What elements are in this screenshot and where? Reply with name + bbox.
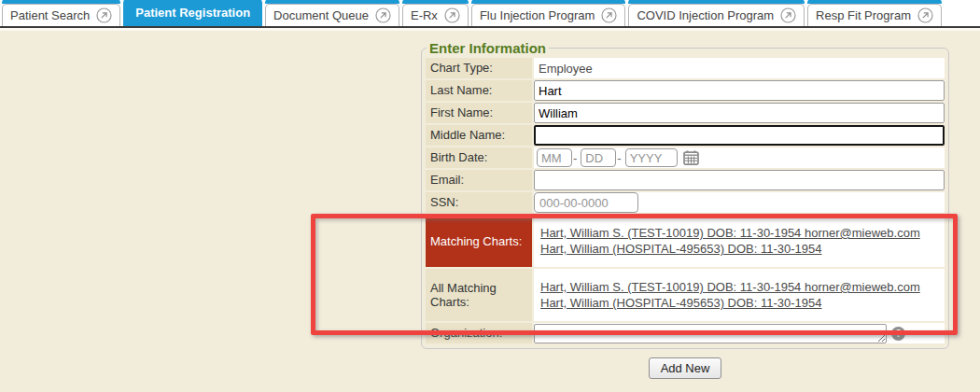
matching-charts-label: Matching Charts: xyxy=(426,215,532,267)
all-matching-charts-label: All Matching Charts: xyxy=(426,269,532,321)
birth-date-row: Birth Date: - - xyxy=(426,147,945,168)
chart-type-label: Chart Type: xyxy=(426,58,532,78)
organization-label: Organization: xyxy=(426,323,532,343)
tab-bar: Patient Search Patient Registration Docu… xyxy=(0,0,980,28)
calendar-icon[interactable] xyxy=(683,150,699,165)
matching-chart-link[interactable]: Hart, William (HOSPITAL-495653) DOB: 11-… xyxy=(540,241,822,257)
tab-label: Document Queue xyxy=(273,8,369,22)
last-name-input[interactable] xyxy=(534,80,945,101)
email-label: Email: xyxy=(426,170,532,190)
birth-day-input[interactable] xyxy=(581,148,616,167)
tab-label: COVID Injection Program xyxy=(637,8,774,22)
chart-type-row: Chart Type: Employee xyxy=(426,58,945,78)
matching-charts-row: Matching Charts: Hart, William S. (TEST-… xyxy=(426,215,945,267)
birth-date-label: Birth Date: xyxy=(426,147,532,168)
all-matching-charts-row: All Matching Charts: Hart, William S. (T… xyxy=(426,269,945,321)
open-new-window-icon[interactable] xyxy=(917,7,933,23)
middle-name-row: Middle Name: xyxy=(426,125,945,146)
add-new-button[interactable]: Add New xyxy=(649,357,722,379)
birth-month-input[interactable] xyxy=(537,148,572,167)
tab-label: E-Rx xyxy=(411,8,438,22)
help-icon[interactable]: ? xyxy=(891,327,905,341)
header-divider xyxy=(0,28,980,31)
matching-chart-link[interactable]: Hart, William S. (TEST-10019) DOB: 11-30… xyxy=(540,279,920,295)
open-new-window-icon[interactable] xyxy=(601,7,617,23)
email-row: Email: xyxy=(426,170,945,190)
tab-label: Patient Search xyxy=(10,8,90,22)
last-name-row: Last Name: xyxy=(426,80,945,101)
tab-label: Resp Fit Program xyxy=(816,8,911,22)
tab-patient-registration[interactable]: Patient Registration xyxy=(123,0,262,26)
first-name-label: First Name: xyxy=(426,103,532,123)
tab-label: Patient Registration xyxy=(135,6,250,20)
middle-name-input[interactable] xyxy=(534,125,945,146)
middle-name-label: Middle Name: xyxy=(426,125,532,146)
organization-row: Organization: ? xyxy=(426,323,945,343)
ssn-label: SSN: xyxy=(426,192,532,213)
tab-label: Flu Injection Program xyxy=(480,8,595,22)
ssn-row: SSN: xyxy=(426,192,945,213)
open-new-window-icon[interactable] xyxy=(444,7,460,23)
form-legend: Enter Information xyxy=(427,40,549,56)
email-input[interactable] xyxy=(534,170,945,190)
date-separator: - xyxy=(573,151,577,165)
first-name-row: First Name: xyxy=(426,103,945,123)
tab-patient-search[interactable]: Patient Search xyxy=(2,0,120,26)
chart-type-value: Employee xyxy=(534,62,593,76)
tab-resp-fit-program[interactable]: Resp Fit Program xyxy=(807,0,942,26)
birth-year-input[interactable] xyxy=(625,148,678,167)
open-new-window-icon[interactable] xyxy=(96,7,112,23)
tab-covid-injection-program[interactable]: COVID Injection Program xyxy=(628,0,805,26)
tab-document-queue[interactable]: Document Queue xyxy=(265,0,399,26)
open-new-window-icon[interactable] xyxy=(375,7,391,23)
tab-e-rx[interactable]: E-Rx xyxy=(402,0,469,26)
first-name-input[interactable] xyxy=(534,103,945,123)
tab-flu-injection-program[interactable]: Flu Injection Program xyxy=(471,0,626,26)
ssn-input[interactable] xyxy=(534,192,638,213)
last-name-label: Last Name: xyxy=(426,80,532,101)
content-area: Enter Information Chart Type: Employee L… xyxy=(0,40,980,392)
organization-input[interactable] xyxy=(534,324,887,343)
open-new-window-icon[interactable] xyxy=(780,7,796,23)
matching-chart-link[interactable]: Hart, William (HOSPITAL-495653) DOB: 11-… xyxy=(540,295,822,311)
date-separator: - xyxy=(617,151,621,165)
enter-information-fieldset: Enter Information Chart Type: Employee L… xyxy=(421,40,949,349)
matching-chart-link[interactable]: Hart, William S. (TEST-10019) DOB: 11-30… xyxy=(540,225,920,241)
